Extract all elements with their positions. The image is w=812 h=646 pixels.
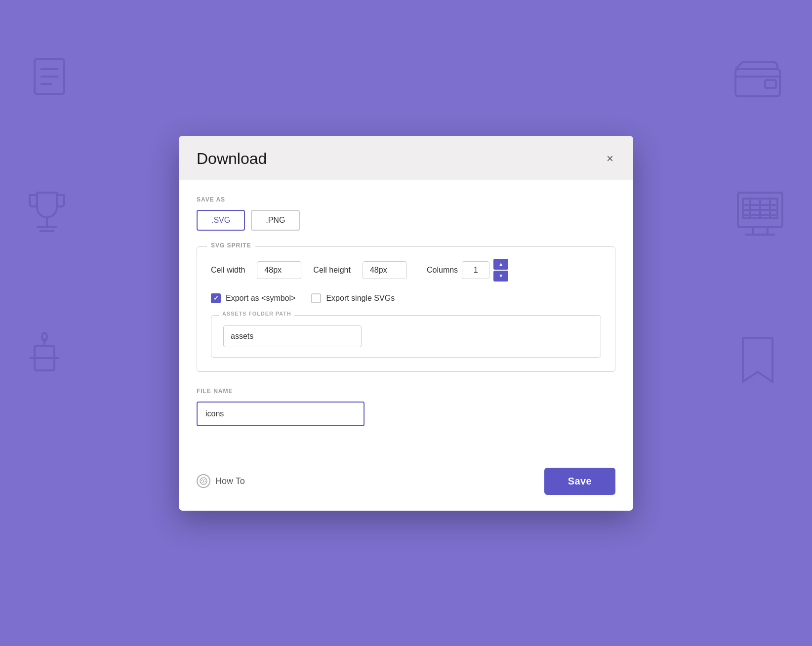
columns-increment-button[interactable]: ▲ bbox=[493, 259, 508, 270]
export-single-label: Export single SVGs bbox=[326, 294, 395, 303]
modal-title: Download bbox=[197, 150, 267, 168]
export-single-checkbox-box bbox=[311, 293, 321, 303]
format-buttons: .SVG .PNG bbox=[197, 210, 615, 231]
svg-point-26 bbox=[203, 481, 204, 482]
svg-rect-0 bbox=[735, 69, 780, 96]
cell-height-input[interactable] bbox=[363, 261, 407, 279]
columns-label: Columns bbox=[427, 266, 458, 275]
assets-folder-legend: ASSETS FOLDER PATH bbox=[219, 311, 294, 317]
svg-rect-16 bbox=[35, 346, 54, 370]
export-symbol-checkbox-box bbox=[211, 293, 221, 303]
assets-folder-section: ASSETS FOLDER PATH bbox=[211, 315, 601, 358]
modal-footer: How To Save bbox=[179, 458, 633, 511]
export-single-checkbox[interactable]: Export single SVGs bbox=[311, 293, 395, 303]
close-button[interactable]: × bbox=[605, 151, 615, 166]
modal-body: SAVE AS .SVG .PNG SVG SPRITE Cell width … bbox=[179, 180, 633, 458]
file-name-section: FILE NAME bbox=[197, 388, 615, 426]
columns-spinner: ▲ ▼ bbox=[493, 259, 508, 282]
cell-width-input[interactable] bbox=[257, 261, 301, 279]
columns-value: 1 bbox=[462, 261, 489, 279]
svg-rect-1 bbox=[765, 80, 776, 88]
file-name-label: FILE NAME bbox=[197, 388, 615, 395]
assets-folder-input[interactable] bbox=[223, 325, 362, 347]
columns-control: Columns 1 ▲ ▼ bbox=[427, 259, 508, 282]
svg-sprite-legend: SVG SPRITE bbox=[207, 242, 255, 249]
svg-sprite-section: SVG SPRITE Cell width Cell height Column… bbox=[197, 246, 615, 372]
how-to-label: How To bbox=[215, 476, 245, 486]
svg-rect-20 bbox=[35, 59, 64, 94]
save-as-label: SAVE AS bbox=[197, 196, 615, 203]
export-symbol-checkbox[interactable]: Export as <symbol> bbox=[211, 293, 295, 303]
svg-point-18 bbox=[42, 333, 47, 341]
svg-rect-3 bbox=[743, 199, 777, 218]
checkboxes-row: Export as <symbol> Export single SVGs bbox=[211, 293, 601, 303]
columns-decrement-button[interactable]: ▼ bbox=[493, 271, 508, 282]
export-symbol-label: Export as <symbol> bbox=[226, 294, 295, 303]
save-button[interactable]: Save bbox=[544, 468, 615, 495]
help-icon bbox=[197, 474, 210, 488]
dimensions-row: Cell width Cell height Columns 1 ▲ ▼ bbox=[211, 259, 601, 282]
svg-format-button[interactable]: .SVG bbox=[197, 210, 245, 231]
cell-height-label: Cell height bbox=[313, 266, 351, 275]
file-name-input[interactable] bbox=[197, 402, 365, 426]
modal-header: Download × bbox=[179, 136, 633, 180]
cell-width-label: Cell width bbox=[211, 266, 245, 275]
download-modal: Download × SAVE AS .SVG .PNG SVG SPRITE … bbox=[179, 136, 633, 511]
how-to-link[interactable]: How To bbox=[197, 474, 245, 488]
png-format-button[interactable]: .PNG bbox=[251, 210, 300, 231]
svg-rect-2 bbox=[738, 193, 782, 227]
